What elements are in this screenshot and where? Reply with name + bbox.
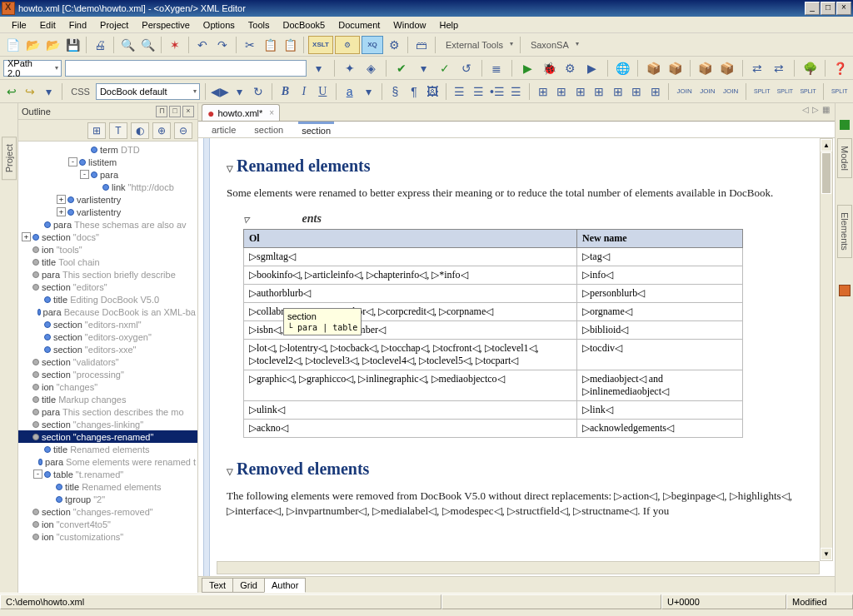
menu-docbook5[interactable]: DocBook5	[276, 18, 332, 32]
split3-icon[interactable]: SPLIT	[798, 82, 819, 101]
tree-row[interactable]: paraBecause DocBook is an XML-ba	[18, 306, 197, 318]
ol-icon[interactable]: ☰	[470, 82, 486, 101]
xq-button[interactable]: XQ	[362, 36, 383, 54]
menu-window[interactable]: Window	[387, 18, 432, 32]
tab-prev-icon[interactable]: ◁	[802, 105, 809, 114]
table-row[interactable]: ▷ulink◁▷link◁	[244, 401, 743, 420]
th-new[interactable]: New name	[577, 230, 743, 248]
config-icon[interactable]: ⚙	[561, 59, 580, 77]
tree-row[interactable]: paraThis section describes the mo	[18, 405, 197, 418]
section-title-removed[interactable]: ▽Removed elements	[227, 460, 808, 479]
tree-row[interactable]: ion"tools"	[18, 243, 197, 256]
menu-help[interactable]: Help	[432, 18, 465, 32]
find-icon[interactable]: 🔍	[118, 36, 137, 54]
vertical-scrollbar[interactable]: ▲ ▼	[820, 138, 833, 561]
table-title[interactable]: ▽ ents	[243, 212, 808, 226]
tags-opts-icon[interactable]: ▾	[232, 82, 247, 101]
nav-back-icon[interactable]: ↩	[3, 82, 19, 101]
menu-options[interactable]: Options	[197, 18, 242, 32]
xq-debug-button[interactable]: ⚙	[385, 36, 403, 54]
bold-icon[interactable]: B	[277, 82, 293, 101]
new-file-icon[interactable]: 📄	[3, 36, 22, 54]
tree-row[interactable]: section"editors-nxml"	[18, 318, 197, 330]
tab-list-icon[interactable]: ▦	[822, 105, 830, 114]
tree-row[interactable]: titleTool chain	[18, 256, 197, 268]
database-icon[interactable]: 🗃	[412, 36, 431, 54]
tree-row[interactable]: ion"changes"	[18, 380, 197, 393]
table-icon[interactable]: ⊞	[535, 82, 551, 101]
outline-pin-icon[interactable]: ⊓	[156, 106, 167, 117]
horizontal-scrollbar[interactable]	[217, 561, 820, 574]
underline-icon[interactable]: U	[315, 82, 331, 101]
refresh-icon[interactable]: ↻	[250, 82, 266, 101]
outline-collapse-icon[interactable]: ⊖	[174, 122, 192, 139]
outline-expand-icon[interactable]: ⊕	[152, 122, 171, 139]
tree-row[interactable]: section"editors"	[18, 281, 197, 293]
nav-opts-icon[interactable]: ▾	[41, 82, 57, 101]
menu-tools[interactable]: Tools	[242, 18, 277, 32]
outline-tree[interactable]: termDTD-listitem-paralink"http://docb+va…	[18, 142, 197, 593]
redo-icon[interactable]: ↷	[213, 36, 232, 54]
save-icon[interactable]: 💾	[63, 36, 82, 54]
model-rail-tab[interactable]: Model	[837, 138, 852, 178]
run-icon[interactable]: ▶	[518, 59, 536, 77]
link-icon[interactable]: a	[342, 82, 357, 101]
scroll-up-icon[interactable]: ▲	[821, 139, 832, 152]
tree-row[interactable]: ion"convert4to5"	[18, 518, 197, 530]
outline-close-icon[interactable]: ×	[182, 106, 194, 117]
tree-row[interactable]: ion"customizations"	[18, 530, 197, 543]
tree-row[interactable]: tgroup"2"	[18, 493, 197, 505]
italic-icon[interactable]: I	[296, 82, 312, 101]
split4-icon[interactable]: SPLIT	[829, 82, 850, 101]
join3-icon[interactable]: JOIN	[721, 82, 741, 101]
section-title-renamed[interactable]: ▽Renamed elements	[227, 156, 808, 176]
xpath-input[interactable]	[65, 60, 307, 77]
tree-row[interactable]: +varlistentry	[18, 206, 197, 218]
browser-icon[interactable]: 🌐	[614, 59, 632, 77]
para-icon[interactable]: ¶	[406, 82, 422, 101]
scroll-down-icon[interactable]: ▼	[821, 548, 832, 560]
xpath-version-combo[interactable]: XPath 2.0	[3, 60, 62, 77]
compare-icon[interactable]: ⇄	[749, 59, 767, 77]
undo-icon[interactable]: ↶	[193, 36, 212, 54]
del-col-icon[interactable]: ⊞	[647, 82, 663, 101]
table-row[interactable]: ▷authorblurb◁▷personblurb◁	[244, 285, 743, 303]
tree-row[interactable]: section"changes-removed"	[18, 505, 197, 518]
scroll-thumb[interactable]	[821, 152, 831, 194]
tab-close-icon[interactable]: ×	[269, 108, 274, 117]
perspective-icon[interactable]	[839, 285, 851, 296]
compare2-icon[interactable]: ⇄	[770, 59, 788, 77]
menu-edit[interactable]: Edit	[33, 18, 62, 32]
split-icon[interactable]: SPLIT	[751, 82, 772, 101]
dl-icon[interactable]: ☰	[508, 82, 524, 101]
xpath-history-icon[interactable]: ▾	[310, 59, 328, 77]
tree-row[interactable]: +varlistentry	[18, 193, 197, 206]
menu-find[interactable]: Find	[62, 18, 93, 32]
tree-row[interactable]: +section"docs"	[18, 231, 197, 243]
tree-row[interactable]: section"processing"	[18, 368, 197, 380]
col-right-icon[interactable]: ⊞	[629, 82, 645, 101]
tree-row[interactable]: paraThis section briefly describe	[18, 268, 197, 281]
outline-text-icon[interactable]: T	[109, 122, 127, 139]
ul-icon[interactable]: ☰	[451, 82, 467, 101]
crumb-section1[interactable]: section	[251, 123, 287, 137]
tree-row[interactable]: titleEditing DocBook V5.0	[18, 293, 197, 306]
print-icon[interactable]: 🖨	[91, 36, 109, 54]
menu-perspective[interactable]: Perspective	[135, 18, 196, 32]
cut-icon[interactable]: ✂	[241, 36, 259, 54]
table-row[interactable]: ▷sgmltag◁▷tag◁	[244, 248, 743, 266]
xslt-debug-button[interactable]: ⚙	[335, 36, 360, 54]
tree-row[interactable]: link"http://docb	[18, 181, 197, 193]
copy-icon[interactable]: 📋	[261, 36, 279, 54]
split2-icon[interactable]: SPLIT	[775, 82, 796, 101]
complete-icon[interactable]: ✦	[341, 59, 359, 77]
table-row[interactable]: ▷lot◁, ▷lotentry◁, ▷tocback◁, ▷tocchap◁,…	[244, 340, 743, 370]
run2-icon[interactable]: ▶	[583, 59, 601, 77]
col-left-icon[interactable]: ⊞	[610, 82, 626, 101]
tree-row[interactable]: titleRenamed elements	[18, 480, 197, 493]
crumb-article[interactable]: article	[208, 123, 239, 137]
li-icon[interactable]: •☰	[489, 82, 506, 101]
tree-row[interactable]: paraThese schemas are also av	[18, 218, 197, 231]
svn-icon[interactable]: 📦	[644, 59, 662, 77]
editor-tab-howto[interactable]: ● howto.xml* ×	[202, 104, 280, 121]
